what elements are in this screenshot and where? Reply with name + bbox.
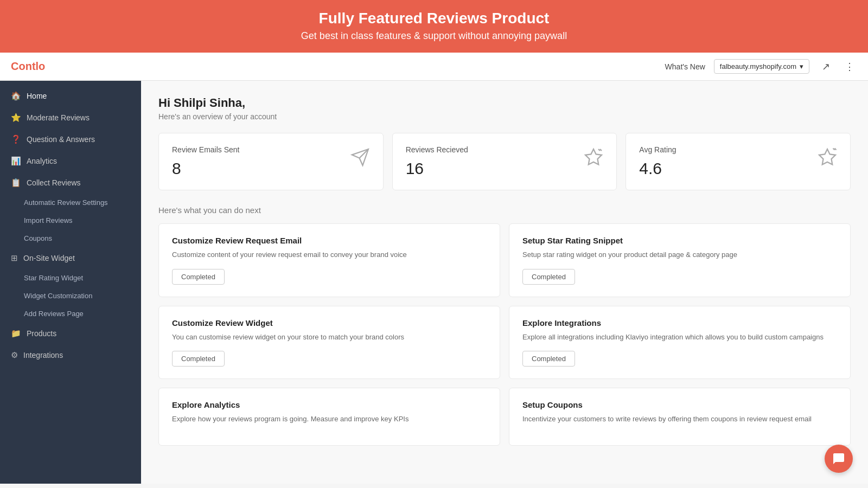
add-reviews-label: Add Reviews Page: [24, 310, 84, 318]
coupons-label: Coupons: [24, 234, 52, 242]
card-customize-widget-title: Customize Review Widget: [172, 318, 487, 328]
home-icon: 🏠: [11, 91, 21, 101]
stat-card-received: Reviews Recieved 16: [392, 133, 617, 190]
card-setup-star-title: Setup Star Rating Snippet: [522, 236, 837, 245]
star-icon: ⭐: [11, 113, 21, 123]
sidebar-label-moderate: Moderate Reviews: [27, 113, 90, 122]
banner-subtitle: Get best in class features & support wit…: [11, 30, 857, 42]
sidebar-item-widget[interactable]: ⊞ On-Site Widget: [0, 247, 141, 269]
card-customize-widget-desc: You can customise review widget on your …: [172, 332, 487, 343]
sidebar-label-integrations: Integrations: [23, 351, 63, 359]
sidebar-label-collect: Collect Reviews: [27, 178, 81, 187]
sidebar-item-qa[interactable]: ❓ Question & Answers: [0, 129, 141, 150]
action-card-integrations: Explore Integrations Explore all integra…: [509, 306, 851, 380]
sidebar-item-integrations[interactable]: ⚙ Integrations: [0, 344, 141, 366]
sidebar-item-products[interactable]: 📁 Products: [0, 323, 141, 344]
whats-new-link[interactable]: What's New: [665, 62, 705, 71]
widget-custom-label: Widget Customization: [24, 292, 92, 300]
stat-card-emails: Review Emails Sent 8: [158, 133, 384, 190]
stat-card-rating: Avg Rating 4.6: [626, 133, 851, 190]
stat-rating-value: 4.6: [639, 159, 676, 178]
star-rating-label: Star Rating Widget: [24, 274, 83, 282]
card-customize-email-desc: Customize content of your review request…: [172, 249, 487, 260]
stat-received-label: Reviews Recieved: [406, 145, 468, 154]
sidebar-label-qa: Question & Answers: [27, 135, 95, 144]
svg-marker-0: [585, 149, 602, 165]
card-setup-star-desc: Setup star rating widget on your product…: [522, 249, 837, 260]
top-banner: Fully Featured Reviews Product Get best …: [0, 0, 868, 53]
stat-rating-label: Avg Rating: [639, 145, 676, 154]
card-integrations-desc: Explore all integrations including Klavi…: [522, 332, 837, 343]
sidebar-label-products: Products: [27, 329, 56, 338]
action-card-customize-widget: Customize Review Widget You can customis…: [158, 306, 500, 380]
sidebar-label-widget: On-Site Widget: [23, 254, 75, 262]
chat-bubble[interactable]: [825, 445, 853, 473]
svg-marker-1: [819, 149, 835, 165]
sidebar-item-widget-custom[interactable]: Widget Customization: [0, 287, 141, 305]
main-content: Hi Shilpi Sinha, Here's an overview of y…: [141, 81, 868, 484]
sidebar-label-home: Home: [27, 92, 47, 100]
external-link-icon[interactable]: ↗: [818, 59, 833, 74]
card-analytics-title: Explore Analytics: [172, 400, 487, 409]
stat-emails-value: 8: [172, 159, 240, 178]
sidebar-item-auto-review[interactable]: Automatic Review Settings: [0, 194, 141, 211]
app-shell: Contlo What's New falbeauty.myshopify.co…: [0, 53, 868, 484]
card-setup-star-btn[interactable]: Completed: [522, 269, 575, 285]
email-icon: [350, 147, 370, 171]
stats-row: Review Emails Sent 8 Reviews Recieved 16: [158, 133, 851, 190]
card-integrations-title: Explore Integrations: [522, 318, 837, 328]
action-cards-grid: Customize Review Request Email Customize…: [158, 223, 851, 446]
card-analytics-desc: Explore how your reviews program is goin…: [172, 414, 487, 425]
store-selector[interactable]: falbeauty.myshopify.com ▾: [714, 59, 809, 74]
reviews-received-icon: [584, 147, 603, 171]
card-customize-widget-btn[interactable]: Completed: [172, 351, 225, 367]
sidebar-item-moderate-reviews[interactable]: ⭐ Moderate Reviews: [0, 107, 141, 129]
question-icon: ❓: [11, 134, 21, 144]
sidebar-item-import-reviews[interactable]: Import Reviews: [0, 211, 141, 229]
greeting-title: Hi Shilpi Sinha,: [158, 96, 851, 110]
greeting-subtitle: Here's an overview of your account: [158, 112, 851, 121]
more-options-icon[interactable]: ⋮: [842, 59, 857, 74]
products-icon: 📁: [11, 329, 21, 338]
app-header: Contlo What's New falbeauty.myshopify.co…: [0, 53, 868, 81]
sidebar-label-analytics: Analytics: [27, 157, 57, 165]
auto-review-label: Automatic Review Settings: [24, 198, 108, 207]
sidebar-item-coupons[interactable]: Coupons: [0, 229, 141, 247]
banner-title: Fully Featured Reviews Product: [11, 10, 857, 27]
sidebar-item-add-reviews[interactable]: Add Reviews Page: [0, 305, 141, 323]
chevron-down-icon: ▾: [800, 62, 803, 70]
stat-received-value: 16: [406, 159, 468, 178]
widget-icon: ⊞: [11, 253, 18, 263]
action-card-customize-email: Customize Review Request Email Customize…: [158, 223, 500, 297]
card-coupons-title: Setup Coupons: [522, 400, 837, 409]
stat-rating-content: Avg Rating 4.6: [639, 145, 676, 178]
action-card-coupons: Setup Coupons Incentivize your customers…: [509, 388, 851, 446]
import-reviews-label: Import Reviews: [24, 216, 73, 224]
sidebar-item-home[interactable]: 🏠 Home: [0, 85, 141, 107]
sidebar-item-star-rating[interactable]: Star Rating Widget: [0, 269, 141, 287]
analytics-icon: 📊: [11, 156, 21, 166]
collect-icon: 📋: [11, 178, 21, 188]
stat-emails-content: Review Emails Sent 8: [172, 145, 240, 178]
app-logo: Contlo: [11, 60, 45, 73]
sidebar-item-collect-reviews[interactable]: 📋 Collect Reviews: [0, 172, 141, 194]
card-integrations-btn[interactable]: Completed: [522, 351, 575, 367]
store-name: falbeauty.myshopify.com: [720, 62, 796, 70]
card-customize-email-btn[interactable]: Completed: [172, 269, 225, 285]
integrations-icon: ⚙: [11, 350, 18, 360]
stat-emails-label: Review Emails Sent: [172, 145, 240, 154]
avg-rating-icon: [818, 147, 837, 171]
card-customize-email-title: Customize Review Request Email: [172, 236, 487, 245]
sidebar: 🏠 Home ⭐ Moderate Reviews ❓ Question & A…: [0, 81, 141, 484]
next-section-title: Here's what you can do next: [158, 206, 851, 215]
action-card-setup-star: Setup Star Rating Snippet Setup star rat…: [509, 223, 851, 297]
action-card-analytics: Explore Analytics Explore how your revie…: [158, 388, 500, 446]
sidebar-item-analytics[interactable]: 📊 Analytics: [0, 150, 141, 172]
card-coupons-desc: Incentivize your customers to write revi…: [522, 414, 837, 425]
app-body: 🏠 Home ⭐ Moderate Reviews ❓ Question & A…: [0, 81, 868, 484]
stat-received-content: Reviews Recieved 16: [406, 145, 468, 178]
header-right: What's New falbeauty.myshopify.com ▾ ↗ ⋮: [665, 59, 857, 74]
